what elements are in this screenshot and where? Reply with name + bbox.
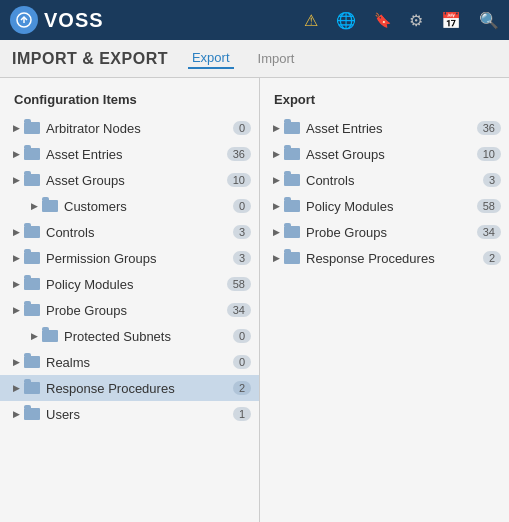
warning-icon[interactable]: ⚠ — [304, 11, 318, 30]
tab-export[interactable]: Export — [188, 48, 234, 69]
expand-arrow-icon[interactable] — [270, 122, 282, 134]
folder-icon — [284, 252, 300, 264]
folder-icon — [24, 148, 40, 160]
folder-icon — [24, 408, 40, 420]
item-badge: 58 — [477, 199, 501, 213]
folder-icon — [24, 174, 40, 186]
expand-arrow-icon[interactable] — [10, 408, 22, 420]
item-badge: 0 — [233, 121, 251, 135]
expand-arrow-icon[interactable] — [10, 226, 22, 238]
expand-arrow-icon[interactable] — [270, 174, 282, 186]
folder-icon — [284, 174, 300, 186]
folder-icon — [24, 304, 40, 316]
expand-arrow-icon[interactable] — [10, 174, 22, 186]
calendar-icon[interactable]: 📅 — [441, 11, 461, 30]
item-label: Customers — [64, 199, 227, 214]
folder-icon — [24, 356, 40, 368]
topbar: VOSS ⚠ 🌐 🔖 ⚙ 📅 🔍 — [0, 0, 509, 40]
left-list-item[interactable]: Realms0 — [0, 349, 259, 375]
expand-arrow-icon[interactable] — [10, 148, 22, 160]
item-label: Controls — [306, 173, 477, 188]
main-content: Configuration Items Arbitrator Nodes0Ass… — [0, 78, 509, 522]
left-list-item[interactable]: Arbitrator Nodes0 — [0, 115, 259, 141]
folder-icon — [284, 122, 300, 134]
item-badge: 0 — [233, 199, 251, 213]
expand-arrow-icon[interactable] — [10, 304, 22, 316]
item-label: Asset Entries — [46, 147, 221, 162]
right-list-item[interactable]: Response Procedures2 — [260, 245, 509, 271]
expand-arrow-icon[interactable] — [28, 330, 40, 342]
right-list-item[interactable]: Asset Groups10 — [260, 141, 509, 167]
left-list-item[interactable]: Probe Groups34 — [0, 297, 259, 323]
item-badge: 36 — [477, 121, 501, 135]
item-badge: 36 — [227, 147, 251, 161]
item-label: Protected Subnets — [64, 329, 227, 344]
item-badge: 0 — [233, 329, 251, 343]
item-label: Response Procedures — [306, 251, 477, 266]
left-section-title: Configuration Items — [0, 88, 259, 115]
logo-text: VOSS — [44, 9, 104, 32]
expand-arrow-icon[interactable] — [10, 278, 22, 290]
right-list-item[interactable]: Probe Groups34 — [260, 219, 509, 245]
item-badge: 3 — [233, 225, 251, 239]
item-label: Permission Groups — [46, 251, 227, 266]
header-row: IMPORT & EXPORT Export Import — [0, 40, 509, 78]
logo-icon — [10, 6, 38, 34]
item-label: Response Procedures — [46, 381, 227, 396]
item-label: Asset Entries — [306, 121, 471, 136]
left-list-item[interactable]: Asset Entries36 — [0, 141, 259, 167]
item-label: Arbitrator Nodes — [46, 121, 227, 136]
bookmark-icon[interactable]: 🔖 — [374, 12, 391, 28]
right-list-item[interactable]: Asset Entries36 — [260, 115, 509, 141]
right-items-container: Asset Entries36Asset Groups10Controls3Po… — [260, 115, 509, 271]
item-label: Asset Groups — [306, 147, 471, 162]
sliders-icon[interactable]: ⚙ — [409, 11, 423, 30]
expand-arrow-icon[interactable] — [28, 200, 40, 212]
right-panel: Export Asset Entries36Asset Groups10Cont… — [260, 78, 509, 522]
left-list-item[interactable]: Permission Groups3 — [0, 245, 259, 271]
expand-arrow-icon[interactable] — [270, 200, 282, 212]
item-badge: 3 — [233, 251, 251, 265]
folder-icon — [24, 382, 40, 394]
search-icon[interactable]: 🔍 — [479, 11, 499, 30]
expand-arrow-icon[interactable] — [10, 122, 22, 134]
expand-arrow-icon[interactable] — [10, 356, 22, 368]
item-label: Probe Groups — [46, 303, 221, 318]
left-list-item[interactable]: Users1 — [0, 401, 259, 427]
page-title: IMPORT & EXPORT — [12, 50, 168, 68]
folder-icon — [284, 200, 300, 212]
item-badge: 58 — [227, 277, 251, 291]
tab-import[interactable]: Import — [254, 49, 299, 68]
item-badge: 34 — [227, 303, 251, 317]
left-list-item[interactable]: Protected Subnets0 — [0, 323, 259, 349]
folder-icon — [24, 122, 40, 134]
expand-arrow-icon[interactable] — [270, 148, 282, 160]
folder-icon — [42, 200, 58, 212]
left-list-item[interactable]: Policy Modules58 — [0, 271, 259, 297]
expand-arrow-icon[interactable] — [270, 252, 282, 264]
item-label: Asset Groups — [46, 173, 221, 188]
folder-icon — [24, 252, 40, 264]
folder-icon — [42, 330, 58, 342]
right-list-item[interactable]: Policy Modules58 — [260, 193, 509, 219]
left-list-item[interactable]: Response Procedures2 — [0, 375, 259, 401]
logo-area: VOSS — [10, 6, 104, 34]
left-list-item[interactable]: Controls3 — [0, 219, 259, 245]
item-badge: 34 — [477, 225, 501, 239]
item-label: Users — [46, 407, 227, 422]
left-list-item[interactable]: Customers0 — [0, 193, 259, 219]
folder-icon — [24, 278, 40, 290]
item-label: Policy Modules — [306, 199, 471, 214]
expand-arrow-icon[interactable] — [10, 382, 22, 394]
right-list-item[interactable]: Controls3 — [260, 167, 509, 193]
item-label: Realms — [46, 355, 227, 370]
item-badge: 10 — [477, 147, 501, 161]
item-badge: 10 — [227, 173, 251, 187]
folder-icon — [284, 148, 300, 160]
left-list-item[interactable]: Asset Groups10 — [0, 167, 259, 193]
expand-arrow-icon[interactable] — [10, 252, 22, 264]
left-panel: Configuration Items Arbitrator Nodes0Ass… — [0, 78, 260, 522]
nav-icons: ⚠ 🌐 🔖 ⚙ 📅 🔍 — [304, 11, 499, 30]
globe-icon[interactable]: 🌐 — [336, 11, 356, 30]
expand-arrow-icon[interactable] — [270, 226, 282, 238]
